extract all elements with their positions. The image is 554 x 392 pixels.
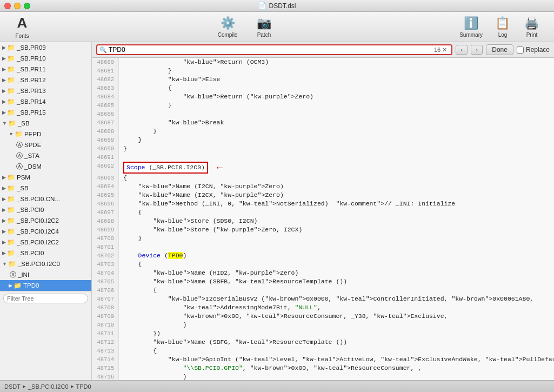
collapse-arrow: ▶ (2, 77, 6, 83)
folder-icon: 📁 (7, 109, 15, 116)
window-controls (4, 3, 30, 9)
collapse-arrow: ▶ (2, 196, 6, 202)
line-number: 48705 (92, 277, 119, 286)
sidebar-item[interactable]: ▶📁_SB.PCI0.I2C2 (0, 237, 91, 248)
main-layout: ▶📁_SB.PR09▶📁_SB.PR10▶📁_SB.PR11▶📁_SB.PR12… (0, 42, 554, 380)
sidebar-item[interactable]: ▶📁_SB.PR13 (0, 85, 91, 96)
code-row: 48713 { (92, 347, 554, 355)
sidebar-item[interactable]: ▶📁_SB.PR09 (0, 42, 91, 53)
search-icon: 🔍 (99, 46, 107, 54)
code-row: 48684 "kw-blue">Return ("kw-purple">Zero… (92, 92, 554, 101)
minimize-button[interactable] (14, 3, 21, 9)
filter-input[interactable] (3, 294, 88, 303)
line-code: } (119, 67, 554, 75)
folder-icon: 📁 (7, 98, 15, 105)
line-number: 48707 (92, 295, 119, 303)
close-button[interactable] (4, 3, 11, 9)
code-row: 48691 (92, 153, 554, 162)
sidebar: ▶📁_SB.PR09▶📁_SB.PR10▶📁_SB.PR11▶📁_SB.PR12… (0, 42, 92, 380)
search-done-button[interactable]: Done (486, 44, 513, 55)
patch-button[interactable]: 📷 Patch (250, 14, 277, 40)
code-row: 48695 "kw-blue">Name (I2CX, "kw-purple">… (92, 191, 554, 200)
line-number: 48716 (92, 373, 119, 380)
line-number: 48715 (92, 364, 119, 373)
print-label: Print (526, 32, 538, 38)
sidebar-item[interactable]: ▶📁_SB.PCI0 (0, 204, 91, 215)
sidebar-item[interactable]: ▶📁_SB.PCI0 (0, 248, 91, 258)
sidebar-item[interactable]: Ⓐ_DSM (0, 161, 91, 172)
search-count: 16 ✕ (434, 46, 447, 54)
collapse-arrow: ▶ (2, 110, 6, 115)
code-row: 48696 "kw-blue">Method (_INI, 0, "kw-tea… (92, 200, 554, 208)
sidebar-item[interactable]: ▶📁_SB.PR10 (0, 53, 91, 64)
symbol-icon: Ⓐ (10, 270, 16, 280)
sidebar-item[interactable]: ▶📁_SB.PR15 (0, 107, 91, 118)
sidebar-item[interactable]: ▼📁_SB (0, 118, 91, 129)
sidebar-item[interactable]: Ⓐ_STA (0, 150, 91, 161)
sidebar-item-label: _SB (18, 120, 30, 127)
print-button[interactable]: 🖨️ Print (518, 14, 545, 40)
sidebar-item[interactable]: ⒶSPDE (0, 139, 91, 150)
line-number: 48685 (92, 101, 119, 110)
collapse-arrow: ▶ (2, 185, 6, 191)
log-button[interactable]: 📋 Log (489, 14, 516, 40)
summary-label: Summary (459, 32, 483, 38)
fonts-button[interactable]: A Fonts (9, 12, 36, 41)
folder-icon: 📁 (7, 55, 15, 62)
folder-icon: 📁 (7, 195, 15, 203)
search-next-button[interactable]: › (471, 45, 483, 55)
sidebar-item[interactable]: ▶📁TPD0 (0, 280, 91, 291)
line-number: 48706 (92, 286, 119, 295)
code-row: 48707 "kw-blue">I2cSerialBusV2 ("kw-brow… (92, 295, 554, 303)
maximize-button[interactable] (24, 3, 30, 9)
collapse-arrow: ▶ (2, 67, 6, 72)
code-row: 48683 { (92, 84, 554, 92)
file-icon: 📄 (258, 2, 266, 10)
compile-label: Compile (218, 32, 238, 38)
sidebar-item[interactable]: ▶📁PSM (0, 172, 91, 183)
sidebar-item-label: TPD0 (23, 282, 39, 289)
sidebar-item[interactable]: ▶📁_SB (0, 183, 91, 194)
collapse-arrow: ▶ (2, 229, 6, 234)
sidebar-item[interactable]: ▼📁PEPD (0, 129, 91, 139)
line-number: 48703 (92, 260, 119, 269)
search-bar: 🔍 16 ✕ ‹ › Done Replace (92, 42, 554, 58)
line-code: { (119, 260, 554, 269)
fonts-label: Fonts (15, 33, 29, 39)
line-code: { (119, 84, 554, 92)
search-prev-button[interactable]: ‹ (456, 45, 468, 55)
line-code: "\\SB.PCI0.GPI0", "kw-brown">0x00, "kw-t… (119, 364, 554, 373)
sidebar-item-label: _DSM (24, 163, 42, 170)
code-row: 48689 } (92, 136, 554, 144)
line-code: } (119, 234, 554, 243)
line-number: 48701 (92, 243, 119, 251)
replace-checkbox[interactable] (517, 46, 524, 54)
status-part1: _SB.PCI0.I2C0 (28, 383, 69, 390)
sidebar-item[interactable]: Ⓐ_INI (0, 269, 91, 280)
collapse-arrow: ▶ (2, 99, 6, 104)
status-bar: DSDT ▸ _SB.PCI0.I2C0 ▸ TPD0 (0, 380, 554, 392)
line-code: Device (TPD0) (119, 251, 554, 260)
sidebar-item[interactable]: ▶📁_SB.PCI0.I2C2 (0, 215, 91, 226)
search-input[interactable] (109, 46, 434, 54)
code-row: 48692Scope (_SB.PCI0.I2C0)← (92, 162, 554, 174)
sidebar-item[interactable]: ▶📁_SB.PR14 (0, 96, 91, 107)
code-row: 48686 (92, 110, 554, 118)
toolbar-right: ℹ️ Summary 📋 Log 🖨️ Print (455, 14, 545, 40)
code-editor[interactable]: 48680 "kw-blue">Return (OCM3)48681 }4868… (92, 58, 554, 380)
sidebar-item[interactable]: ▶📁_SB.PR12 (0, 75, 91, 85)
sidebar-item[interactable]: ▶📁_SB.PCI0.CN... (0, 194, 91, 204)
line-number: 48713 (92, 347, 119, 355)
folder-icon: 📁 (7, 206, 15, 214)
code-row: 48685 } (92, 101, 554, 110)
line-number: 48689 (92, 136, 119, 144)
summary-button[interactable]: ℹ️ Summary (455, 14, 487, 40)
sidebar-item[interactable]: ▼📁_SB.PCI0.I2C0 (0, 258, 91, 269)
compile-button[interactable]: ⚙️ Compile (213, 14, 242, 40)
sidebar-item-label: PEPD (24, 131, 41, 137)
line-code: { (119, 208, 554, 217)
sidebar-item-label: _SB.PCI0.I2C0 (18, 261, 60, 267)
sidebar-item[interactable]: ▶📁_SB.PR11 (0, 64, 91, 75)
code-row: 48680 "kw-blue">Return (OCM3) (92, 58, 554, 67)
sidebar-item[interactable]: ▶📁_SB.PCI0.I2C4 (0, 226, 91, 237)
